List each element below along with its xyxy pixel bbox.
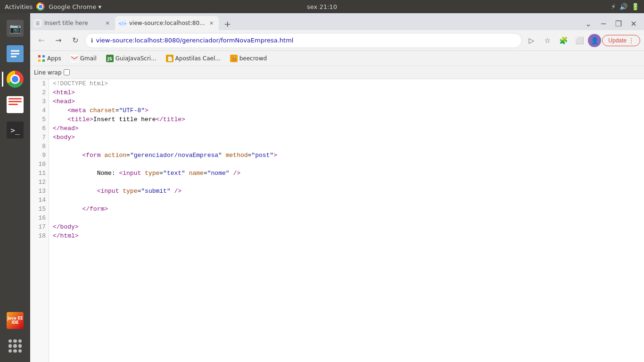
browser-area: ☰ Insert title here ✕ </> view-source:lo… — [30, 13, 644, 362]
source-area[interactable]: 1 2 3 4 5 6 7 8 9 10 11 12 13 14 15 16 1… — [30, 79, 644, 362]
line-num-10: 10 — [33, 160, 46, 169]
tab-favicon-2: </> — [119, 19, 126, 27]
code-line-2: <html> — [53, 88, 640, 97]
lock-icon: ℹ — [91, 37, 93, 44]
extensions-button[interactable]: 🧩 — [556, 33, 571, 48]
bookmark-guiajs[interactable]: JS GuiaJavaScri... — [102, 53, 160, 64]
code-line-10 — [53, 160, 640, 169]
audio-icon: 🔊 — [619, 3, 627, 10]
code-line-13: <input type="submit" /> — [53, 187, 640, 196]
line-num-14: 14 — [33, 196, 46, 205]
javaee-icon: Java EEIDE — [7, 312, 24, 329]
minimize-button[interactable]: ─ — [597, 17, 610, 30]
beecrowd-favicon: 🐝 — [230, 55, 238, 62]
svg-text:📄: 📄 — [167, 56, 173, 62]
battery-icon: 🔋 — [631, 3, 639, 10]
sidebar-item-chrome[interactable] — [4, 68, 26, 90]
line-num-1: 1 — [33, 79, 46, 88]
sidebar-item-terminal[interactable]: >_ — [4, 119, 26, 141]
chrome-logo-icon — [36, 2, 45, 11]
line-num-15: 15 — [33, 205, 46, 214]
code-line-15: </form> — [53, 205, 640, 214]
line-num-2: 2 — [33, 88, 46, 97]
guiajs-favicon: JS — [106, 55, 114, 62]
tab-view-source[interactable]: </> view-source:localhost:80... ✕ — [115, 16, 219, 30]
sidebar-item-files[interactable] — [4, 42, 26, 65]
line-numbers: 1 2 3 4 5 6 7 8 9 10 11 12 13 14 15 16 1… — [30, 79, 49, 362]
update-button[interactable]: Update ⋮ — [602, 35, 640, 46]
svg-text:JS: JS — [107, 57, 112, 61]
code-line-6: </head> — [53, 124, 640, 133]
cast-button[interactable]: ▷ — [524, 33, 539, 48]
code-line-9: <form action="gerenciador/novaEmpresa" m… — [53, 151, 640, 160]
os-sidebar: 📷 >_ Java EEIDE — [0, 13, 30, 362]
wifi-icon: ⚡ — [611, 3, 616, 10]
os-time: sex 21:10 — [307, 3, 337, 10]
bookmark-apostilas[interactable]: 📄 Apostilas Cael... — [162, 53, 224, 64]
linewrap-label[interactable]: Line wrap — [34, 69, 70, 76]
bookmark-gmail[interactable]: Gmail — [67, 53, 100, 64]
line-num-16: 16 — [33, 214, 46, 222]
tab-bar: ☰ Insert title here ✕ </> view-source:lo… — [30, 13, 644, 30]
code-line-3: <head> — [53, 97, 640, 106]
back-button[interactable]: ← — [34, 33, 49, 48]
svg-rect-1 — [11, 50, 19, 52]
sidebar-toggle-button[interactable]: ⬜ — [572, 33, 587, 48]
bookmark-button[interactable]: ☆ — [540, 33, 555, 48]
tab-insert-title[interactable]: ☰ Insert title here ✕ — [30, 16, 115, 30]
apostilas-favicon: 📄 — [166, 55, 173, 62]
svg-text:🐝: 🐝 — [231, 56, 237, 62]
new-tab-button[interactable]: + — [221, 17, 234, 30]
line-num-12: 12 — [33, 178, 46, 187]
linewrap-checkbox[interactable] — [64, 69, 70, 75]
reload-button[interactable]: ↻ — [68, 33, 83, 48]
svg-rect-8 — [38, 55, 41, 58]
svg-rect-3 — [11, 56, 17, 58]
forward-button[interactable]: → — [51, 33, 66, 48]
sidebar-item-editor[interactable] — [4, 93, 26, 116]
line-num-5: 5 — [33, 115, 46, 124]
linewrap-text: Line wrap — [34, 69, 62, 76]
bookmark-gmail-label: Gmail — [80, 55, 97, 62]
line-num-4: 4 — [33, 106, 46, 115]
code-line-4: <meta charset="UTF-8"> — [53, 106, 640, 115]
bookmark-apps[interactable]: Apps — [34, 53, 65, 64]
appgrid-icon — [7, 337, 24, 354]
code-line-12 — [53, 178, 640, 187]
activities-button[interactable]: Activities — [5, 3, 33, 10]
tab-close-2[interactable]: ✕ — [207, 19, 215, 27]
bookmark-beecrowd-label: beecrowd — [239, 55, 267, 62]
address-text: view-source:localhost:8080/gerenciador/f… — [96, 37, 516, 44]
line-num-3: 3 — [33, 97, 46, 106]
camera-icon: 📷 — [7, 20, 24, 37]
bookmark-guiajs-label: GuiaJavaScri... — [116, 55, 157, 62]
source-toolbar: Line wrap — [30, 66, 644, 79]
tab-dropdown-button[interactable]: ⌄ — [582, 17, 595, 30]
line-num-17: 17 — [33, 222, 46, 231]
line-num-13: 13 — [33, 187, 46, 196]
gmail-favicon — [71, 55, 78, 62]
tab-controls: ⌄ ─ ❐ ✕ — [582, 17, 644, 30]
restore-button[interactable]: ❐ — [612, 17, 625, 30]
close-window-button[interactable]: ✕ — [627, 17, 640, 30]
code-line-5: <title>Insert title here</title> — [53, 115, 640, 124]
sidebar-item-camera[interactable]: 📷 — [4, 17, 26, 40]
code-line-14 — [53, 196, 640, 205]
svg-rect-9 — [42, 55, 45, 58]
line-num-7: 7 — [33, 133, 46, 142]
nav-right-controls: ▷ ☆ 🧩 ⬜ 👤 Update ⋮ — [524, 33, 640, 48]
sidebar-item-appgrid[interactable] — [4, 335, 26, 357]
avatar[interactable]: 👤 — [588, 34, 601, 47]
svg-rect-11 — [42, 59, 45, 62]
line-num-8: 8 — [33, 142, 46, 151]
files-icon — [7, 45, 24, 62]
bookmark-beecrowd[interactable]: 🐝 beecrowd — [226, 53, 271, 64]
tab-favicon-1: ☰ — [34, 19, 41, 27]
address-bar[interactable]: ℹ view-source:localhost:8080/gerenciador… — [85, 33, 522, 48]
svg-rect-2 — [11, 53, 19, 55]
tab-close-1[interactable]: ✕ — [104, 19, 111, 27]
svg-rect-10 — [38, 59, 41, 62]
sidebar-item-javaee[interactable]: Java EEIDE — [4, 309, 26, 332]
line-num-11: 11 — [33, 169, 46, 178]
code-line-1: <!DOCTYPE html> — [53, 79, 640, 88]
